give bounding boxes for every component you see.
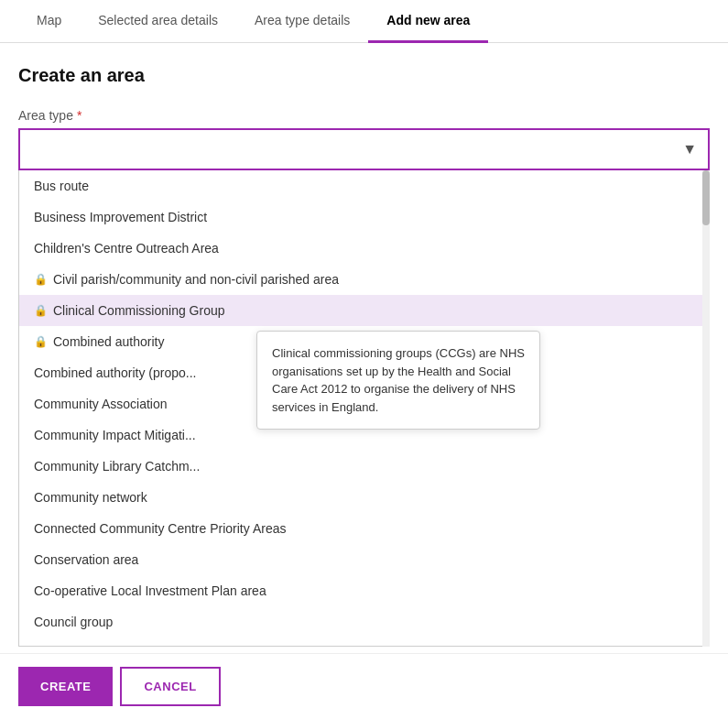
dropdown-item[interactable]: Conservation area	[19, 544, 709, 575]
field-label: Area type*	[18, 108, 710, 123]
dropdown-item-label: Connected Community Centre Priority Area…	[34, 521, 286, 536]
dropdown-item[interactable]: Community Impact Mitigati...	[19, 419, 709, 451]
scrollbar-track[interactable]	[702, 170, 710, 647]
dropdown-item-label: Country	[53, 646, 98, 647]
select-display[interactable]: ▼	[20, 130, 708, 169]
cancel-button[interactable]: CANCEL	[120, 667, 220, 706]
dropdown-item[interactable]: Business Improvement District	[19, 202, 709, 233]
dropdown-item-label: Community network	[34, 490, 147, 505]
dropdown-item[interactable]: 🔒Country	[19, 637, 709, 647]
dropdown-item[interactable]: Combined authority (propo...	[19, 357, 709, 388]
lock-icon: 🔒	[34, 273, 48, 286]
page-title: Create an area	[18, 65, 710, 86]
dropdown-item-label: Community Impact Mitigati...	[34, 428, 196, 442]
chevron-down-icon: ▼	[682, 141, 697, 158]
lock-icon: 🔒	[34, 335, 48, 348]
lock-icon: 🔒	[34, 304, 48, 317]
dropdown-item[interactable]: 🔒Clinical Commissioning Group	[19, 295, 709, 326]
dropdown-item-label: Community Library Catchm...	[34, 459, 200, 474]
dropdown-item-label: Bus route	[34, 179, 89, 193]
action-bar: CREATE CANCEL	[0, 653, 728, 719]
dropdown-item-label: Combined authority (propo...	[34, 365, 196, 380]
nav-tab-selected-area-details[interactable]: Selected area details	[80, 0, 236, 43]
dropdown-item[interactable]: 🔒Civil parish/community and non-civil pa…	[19, 264, 709, 295]
dropdown-item[interactable]: Bus route	[19, 170, 709, 202]
dropdown-list[interactable]: Bus routeBusiness Improvement DistrictCh…	[18, 170, 710, 647]
dropdown-item-label: Children's Centre Outreach Area	[34, 241, 219, 256]
dropdown-item[interactable]: Children's Centre Outreach Area	[19, 233, 709, 264]
dropdown-item-label: Combined authority	[53, 334, 164, 349]
scrollbar-thumb[interactable]	[702, 170, 710, 225]
nav-tab-map[interactable]: Map	[18, 0, 80, 43]
dropdown-container: Bus routeBusiness Improvement DistrictCh…	[18, 170, 710, 647]
dropdown-item-label: Council group	[34, 615, 113, 629]
dropdown-item-label: Conservation area	[34, 552, 138, 567]
dropdown-item-label: Community Association	[34, 397, 168, 411]
dropdown-item-label: Co-operative Local Investment Plan area	[34, 583, 266, 598]
dropdown-item-label: Business Improvement District	[34, 210, 207, 224]
dropdown-item[interactable]: Connected Community Centre Priority Area…	[19, 513, 709, 544]
dropdown-item-label: Civil parish/community and non-civil par…	[53, 272, 339, 287]
page-content: Create an area Area type* ▼ Bus routeBus…	[0, 43, 728, 647]
dropdown-item-label: Clinical Commissioning Group	[53, 303, 225, 318]
dropdown-item[interactable]: Co-operative Local Investment Plan area	[19, 575, 709, 606]
nav-tab-add-new-area[interactable]: Add new area	[368, 0, 488, 43]
dropdown-item[interactable]: Community Association	[19, 388, 709, 419]
area-type-select[interactable]: ▼	[18, 128, 710, 170]
dropdown-item[interactable]: Council group	[19, 606, 709, 637]
dropdown-item[interactable]: Community network	[19, 482, 709, 513]
dropdown-item[interactable]: 🔒Combined authority	[19, 326, 709, 357]
nav-tabs: MapSelected area detailsArea type detail…	[0, 0, 728, 43]
dropdown-item[interactable]: Community Library Catchm...	[19, 451, 709, 482]
create-button[interactable]: CREATE	[18, 667, 113, 706]
nav-tab-area-type-details[interactable]: Area type details	[236, 0, 368, 43]
